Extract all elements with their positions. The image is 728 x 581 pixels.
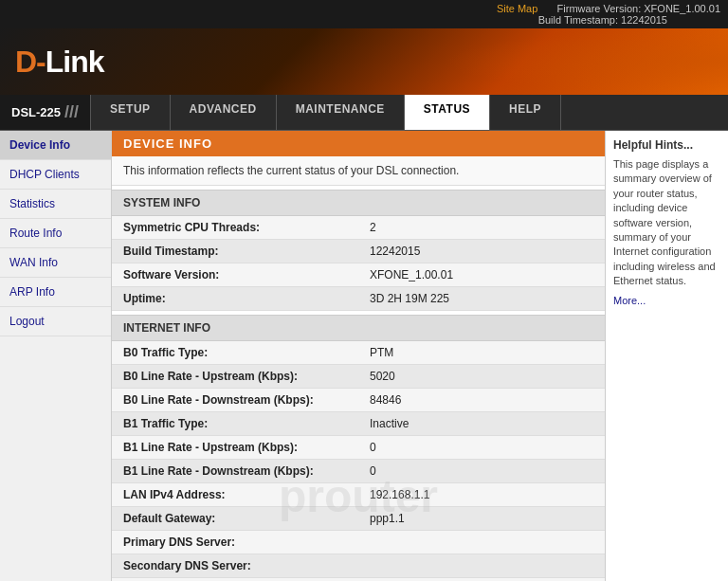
help-more-link[interactable]: More... [613, 295, 646, 306]
table-row: LAN IPv6 Address: [112, 578, 605, 582]
table-row: Uptime: 3D 2H 19M 225 [112, 287, 605, 311]
row-value: 0 [358, 436, 605, 460]
table-row: B1 Line Rate - Upstream (Kbps): 0 [112, 436, 605, 460]
model-slashes: /// [64, 102, 79, 122]
table-row: Build Timestamp: 12242015 [112, 240, 605, 263]
table-row: Secondary DNS Server: [112, 554, 605, 578]
table-row: B1 Line Rate - Downstream (Kbps): 0 [112, 460, 605, 483]
system-info-header: SYSTEM INFO [112, 190, 605, 216]
sidebar-item-wan-info[interactable]: WAN Info [0, 248, 111, 278]
row-value: XFONE_1.00.01 [358, 263, 605, 287]
row-label: B0 Line Rate - Downstream (Kbps): [112, 389, 358, 412]
table-row: Default Gateway: ppp1.1 [112, 507, 605, 531]
internet-info-table: B0 Traffic Type: PTM B0 Line Rate - Upst… [112, 341, 605, 581]
row-label: B1 Line Rate - Downstream (Kbps): [112, 460, 358, 483]
internet-info-header: INTERNET INFO [112, 315, 605, 341]
model-name: DSL-225 [11, 105, 61, 119]
row-value [358, 554, 605, 578]
sidebar: Device Info DHCP Clients Statistics Rout… [0, 131, 112, 581]
row-value: 192.168.1.1 [358, 483, 605, 507]
row-label: LAN IPv4 Address: [112, 483, 358, 507]
table-row: Primary DNS Server: [112, 531, 605, 554]
tab-help[interactable]: HELP [490, 95, 561, 130]
top-bar: Site Map Firmware Version: XFONE_1.00.01… [0, 0, 728, 28]
table-row: B0 Traffic Type: PTM [112, 341, 605, 365]
row-value: Inactive [358, 412, 605, 436]
sidebar-item-device-info[interactable]: Device Info [0, 131, 111, 160]
table-row: B0 Line Rate - Upstream (Kbps): 5020 [112, 365, 605, 389]
page-description: This information reflects the current st… [112, 156, 605, 186]
nav-tabs: DSL-225 /// SETUP ADVANCED MAINTENANCE S… [0, 95, 728, 131]
table-row: B1 Traffic Type: Inactive [112, 412, 605, 436]
help-title: Helpful Hints... [613, 138, 720, 152]
logo-suffix: Link [46, 45, 104, 79]
watermark-container: prouter B0 Traffic Type: PTM B0 Line Rat… [112, 341, 605, 581]
firmware-version: Firmware Version: XFONE_1.00.01 [557, 3, 720, 14]
table-row: B0 Line Rate - Downstream (Kbps): 84846 [112, 389, 605, 412]
sitemap-link[interactable]: Site Map [497, 3, 537, 14]
page-title: DEVICE INFO [112, 131, 605, 156]
table-row: Software Version: XFONE_1.00.01 [112, 263, 605, 287]
header: D-Link [0, 28, 728, 95]
row-label: Uptime: [112, 287, 358, 311]
tab-advanced[interactable]: ADVANCED [171, 95, 277, 130]
row-label: Symmetric CPU Threads: [112, 216, 358, 240]
row-value [358, 578, 605, 582]
separator [544, 3, 550, 14]
help-panel: Helpful Hints... This page displays a su… [605, 131, 728, 581]
row-value: PTM [358, 341, 605, 365]
row-label: B0 Line Rate - Upstream (Kbps): [112, 365, 358, 389]
row-label: Default Gateway: [112, 507, 358, 531]
row-value: 84846 [358, 389, 605, 412]
row-label: LAN IPv6 Address: [112, 578, 358, 582]
sidebar-item-arp-info[interactable]: ARP Info [0, 278, 111, 307]
tab-maintenance[interactable]: MAINTENANCE [277, 95, 405, 130]
row-value: 2 [358, 216, 605, 240]
row-label: B1 Line Rate - Upstream (Kbps): [112, 436, 358, 460]
content: DEVICE INFO This information reflects th… [112, 131, 605, 581]
row-label: Secondary DNS Server: [112, 554, 358, 578]
logo: D-Link [15, 45, 104, 80]
table-row: LAN IPv4 Address: 192.168.1.1 [112, 483, 605, 507]
row-label: B0 Traffic Type: [112, 341, 358, 365]
main-layout: Device Info DHCP Clients Statistics Rout… [0, 131, 728, 581]
row-value: 3D 2H 19M 225 [358, 287, 605, 311]
system-info-table: Symmetric CPU Threads: 2 Build Timestamp… [112, 216, 605, 311]
row-label: B1 Traffic Type: [112, 412, 358, 436]
row-label: Software Version: [112, 263, 358, 287]
sidebar-item-dhcp-clients[interactable]: DHCP Clients [0, 160, 111, 190]
row-label: Build Timestamp: [112, 240, 358, 263]
row-value: ppp1.1 [358, 507, 605, 531]
row-value: 12242015 [358, 240, 605, 263]
build-timestamp: Build Timestamp: 12242015 [538, 14, 720, 26]
sidebar-item-logout[interactable]: Logout [0, 307, 111, 336]
sidebar-item-statistics[interactable]: Statistics [0, 190, 111, 219]
row-label: Primary DNS Server: [112, 531, 358, 554]
tab-setup[interactable]: SETUP [91, 95, 171, 130]
tab-status[interactable]: STATUS [405, 95, 490, 130]
row-value [358, 531, 605, 554]
table-row: Symmetric CPU Threads: 2 [112, 216, 605, 240]
row-value: 0 [358, 460, 605, 483]
sidebar-item-route-info[interactable]: Route Info [0, 219, 111, 248]
logo-prefix: D- [15, 45, 46, 79]
model-badge: DSL-225 /// [0, 95, 91, 130]
row-value: 5020 [358, 365, 605, 389]
help-body: This page displays a summary overview of… [613, 157, 720, 289]
